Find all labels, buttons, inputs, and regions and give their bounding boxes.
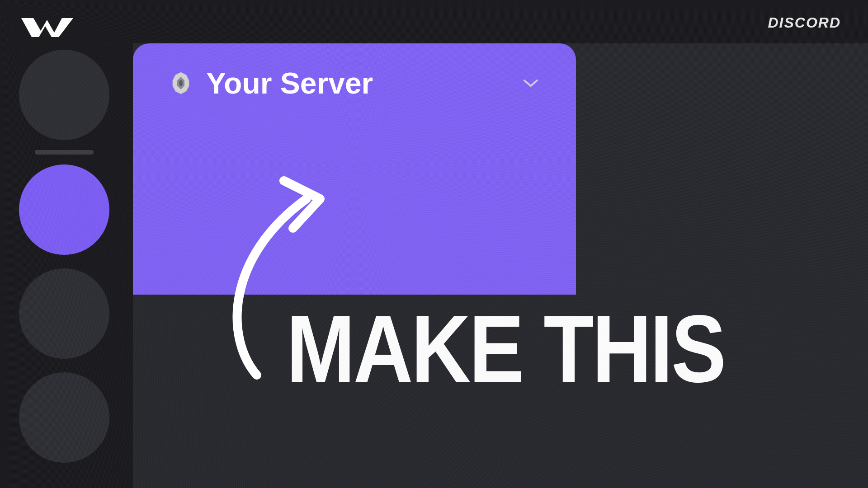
server-header[interactable]: Your Server — [168, 66, 541, 100]
server-avatar-active[interactable] — [19, 164, 109, 255]
chevron-down-icon[interactable] — [521, 73, 541, 93]
server-avatar[interactable] — [19, 372, 109, 463]
server-avatar[interactable] — [19, 50, 109, 140]
server-sidebar — [19, 50, 109, 463]
server-avatar[interactable] — [19, 268, 109, 359]
server-name: Your Server — [206, 66, 373, 100]
brand-logo — [19, 14, 73, 38]
svg-point-0 — [179, 80, 183, 86]
arrow-annotation — [216, 167, 370, 384]
app-label: DISCORD — [768, 14, 841, 31]
sidebar-divider — [35, 150, 94, 155]
server-boost-icon — [168, 70, 193, 96]
